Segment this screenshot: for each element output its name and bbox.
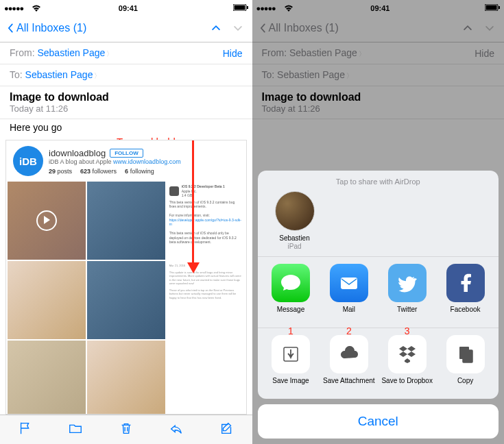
annotation-arrow-head [187,262,200,273]
annotation-3: 3 [405,325,410,336]
grid-cell: iOS 9.3.2 Developer Beta 1Apple Inc.1.4 … [167,182,245,260]
phone-right: ●●●●● 09:41 All Inboxes (1) From: Sebast… [252,0,505,444]
grid-cell [167,341,245,415]
profile-stats: 29 posts 623 followers 6 following [49,168,181,175]
chevron-left-icon [5,23,15,33]
grid-cell [8,182,86,260]
phone-left: ●●●●● 09:41 All Inboxes (1) From: Sebast… [0,0,252,444]
chevron-right-icon: 〉 [94,72,101,79]
status-time: 09:41 [119,4,138,12]
mail-body: Here you go [0,119,252,136]
annotation-arrow [192,140,194,264]
next-message-button[interactable] [233,23,243,33]
cloud-icon [330,335,368,373]
twitter-icon [388,264,427,302]
grid-cell [87,182,165,260]
actions-section: 1 Save Image 2 Save Attachment 3 Save to… [258,328,499,399]
signal-dots: ●●●●● [4,4,23,12]
svg-rect-1 [234,5,245,10]
from-label: From: [10,47,35,58]
back-button[interactable]: All Inboxes (1) [5,22,86,34]
to-label: To: [10,69,23,80]
grid-cell [8,341,86,415]
action-copy[interactable]: Copy [436,335,494,392]
back-label: All Inboxes (1) [16,22,86,34]
action-save-attachment[interactable]: 2 Save Attachment [320,335,378,392]
attached-image[interactable]: iDB idownloadblogFOLLOW iDB A blog about… [5,140,247,415]
profile-handle: idownloadblog [49,148,106,158]
grid-cell: Mar 21, 2016This update is sure to fix s… [167,261,245,339]
cancel-button[interactable]: Cancel [258,404,499,439]
reply-button[interactable] [169,421,184,439]
flag-button[interactable] [18,421,33,439]
svg-rect-10 [463,350,472,362]
grid-cell [87,261,165,339]
nav-bar: All Inboxes (1) [0,14,252,42]
share-twitter[interactable]: Twitter [378,264,436,321]
mail-toolbar [0,415,252,444]
airdrop-contact[interactable]: SebastieniPad [267,191,322,249]
airdrop-title: Tap to share with AirDrop [258,177,499,186]
share-sheet: Tap to share with AirDrop SebastieniPad … [252,165,505,444]
recipient-name[interactable]: Sebastien Page [25,69,93,80]
compose-button[interactable] [219,421,235,439]
message-icon [272,264,310,302]
date-text: Today at 11:26 [10,103,243,114]
prev-message-button[interactable] [211,23,221,33]
to-row[interactable]: To: Sebastien Page〉 [0,64,252,86]
save-image-icon [272,335,310,373]
play-icon [36,210,57,231]
svg-rect-6 [341,278,357,289]
subject-text: Image to download [10,91,243,103]
grid-cell [8,261,86,339]
grid-cell [87,341,165,415]
follow-button: FOLLOW [110,149,143,158]
airdrop-section: Tap to share with AirDrop SebastieniPad [258,171,499,257]
action-save-image[interactable]: 1 Save Image [262,335,320,392]
facebook-icon [446,264,485,302]
share-mail[interactable]: Mail [320,264,378,321]
mail-icon [330,264,368,302]
share-message[interactable]: Message [262,264,320,321]
action-save-dropbox[interactable]: 3 Save to Dropbox [378,335,436,392]
annotation-1: 1 [288,325,293,336]
annotation-2: 2 [346,325,352,336]
wifi-icon [32,3,41,15]
hide-button[interactable]: Hide [223,48,243,59]
idb-logo: iDB [13,146,43,176]
chevron-right-icon: 〉 [106,50,113,58]
copy-icon [446,335,485,373]
dropbox-icon [388,335,427,373]
subject-row: Image to download Today at 11:26 [0,86,252,119]
svg-rect-2 [247,6,248,9]
trash-button[interactable] [119,421,134,439]
apps-section: Message Mail Twitter Facebook [258,257,499,328]
from-row[interactable]: From: Sebastien Page〉 Hide [0,42,252,64]
sender-name[interactable]: Sebastien Page [37,47,105,58]
battery-icon [233,4,248,12]
avatar [275,191,315,231]
folder-button[interactable] [68,421,83,439]
share-facebook[interactable]: Facebook [436,264,494,321]
